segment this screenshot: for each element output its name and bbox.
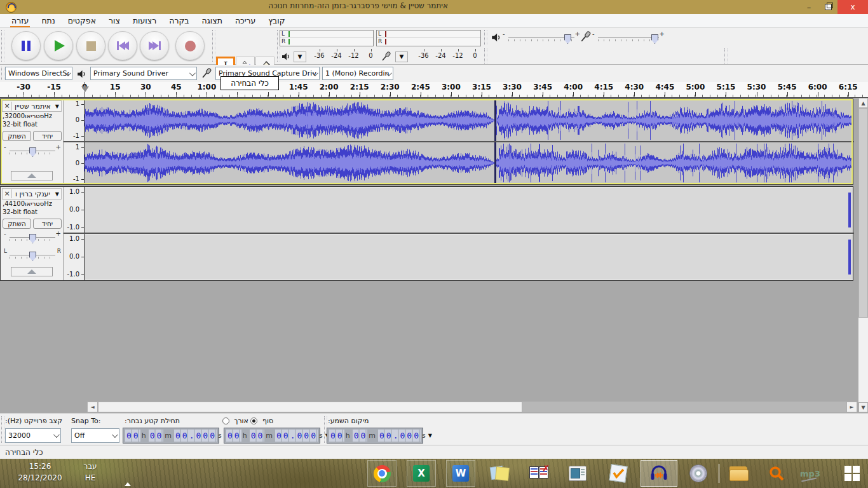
stop-button[interactable] [76,31,105,60]
transport-toolbar-grip[interactable] [1,30,4,62]
taskbar-clock-time[interactable]: 15:26 [11,462,69,471]
recording-meter[interactable]: L R [376,30,481,46]
track-1-menu-arrow-icon[interactable]: ▼ [53,104,61,109]
slider-thumb[interactable] [651,34,658,44]
play-at-speed-grip[interactable] [724,48,728,64]
menu-item[interactable]: נתח [35,15,61,27]
menu-item[interactable]: אפקטים [62,15,102,27]
taskbar-disc-burner-button[interactable] [684,460,713,487]
track-1-solo-button[interactable]: יחיד [33,131,62,141]
track-1-gain-slider[interactable]: - + [10,146,55,158]
track2-right-channel[interactable] [85,234,853,280]
slider-thumb[interactable] [29,147,36,157]
restore-button[interactable] [818,0,837,14]
track-2-pan-slider[interactable]: L R [10,250,55,262]
pause-button[interactable] [11,31,41,60]
selection-toolbar-grip[interactable] [1,416,4,443]
menu-item[interactable]: עזרה [5,15,35,27]
audio-position-field[interactable]: 00h 00m 00.000s ▼ [327,428,423,444]
taskbar-clock-date[interactable]: 28/12/2020 [11,473,69,482]
time-minutes[interactable]: 00 [250,430,265,442]
taskbar-language-native[interactable]: עבר [78,462,103,471]
skip-to-end-button[interactable] [140,31,169,60]
track-2-close-button[interactable]: × [3,189,12,198]
mixer-toolbar-grip[interactable] [484,30,487,45]
start-button[interactable] [837,460,867,487]
show-hidden-icons-button[interactable] [125,470,131,482]
close-button[interactable]: x [837,0,868,14]
menu-item[interactable]: קובץ [262,15,291,27]
taskbar-search-button[interactable] [762,460,791,487]
length-radio[interactable] [250,417,257,424]
time-seconds[interactable]: 00.000 [275,430,318,442]
end-radio[interactable] [222,417,229,424]
timeline-ruler[interactable]: -30-1501530451:001:151:301:452:002:152:3… [0,82,868,98]
track2-left-channel[interactable] [85,187,853,233]
time-field-dropdown-icon[interactable]: ▼ [428,433,432,438]
playback-volume-slider[interactable]: - + [508,33,574,44]
playhead-marker[interactable] [81,86,89,92]
vertical-scrollbar[interactable]: ▲ ▼ [858,98,868,412]
selection-length-field[interactable]: 00h 00m 00.000s ▼ [224,428,320,444]
slider-thumb[interactable] [29,234,36,243]
selection-start-field[interactable]: 00h 00m 00.000s ▼ [123,428,219,444]
track-2-name-row[interactable]: × יענקי ברוין ו ▼ [2,188,62,200]
slider-thumb[interactable] [564,34,571,44]
menu-item[interactable]: עריכה [229,15,262,27]
vertical-scroll-thumb[interactable] [858,108,868,318]
time-minutes[interactable]: 00 [149,430,164,442]
skip-to-start-button[interactable] [108,31,137,60]
recording-channels-select[interactable]: 1 (Mono) Recordin [322,67,393,80]
edit-toolbar-grip[interactable] [484,48,487,64]
time-hours[interactable]: 00 [226,430,241,442]
track-1-mute-button[interactable]: השתק [3,131,31,141]
horizontal-scrollbar[interactable]: ◄ ► [87,402,857,412]
taskbar-audacity-button[interactable] [641,460,677,487]
time-seconds[interactable]: 00.000 [174,430,217,442]
menu-item[interactable]: צור [102,15,126,27]
track-1-close-button[interactable]: × [3,102,12,111]
menu-item[interactable]: רצועות [126,15,163,27]
menu-item[interactable]: תצוגה [196,15,229,27]
scroll-right-button[interactable]: ► [846,402,857,412]
track-2-menu-arrow-icon[interactable]: ▼ [53,191,61,197]
play-button[interactable] [44,31,73,60]
taskbar-checker-button[interactable] [604,460,633,487]
time-minutes[interactable]: 00 [353,430,368,442]
taskbar-viewer-button[interactable] [563,460,592,487]
time-hours[interactable]: 00 [329,430,344,442]
taskbar-excel-button[interactable]: X [407,460,436,487]
audio-host-select[interactable]: Windows DirectSo [5,67,72,80]
time-hours[interactable]: 00 [125,430,140,442]
track-2-collapse-button[interactable] [11,267,53,276]
playback-meter-speaker[interactable] [280,51,292,62]
tools-toolbar-grip[interactable] [212,30,215,62]
snap-to-select[interactable]: Off [71,428,119,443]
time-seconds[interactable]: 00.000 [378,430,421,442]
recording-meter-dropdown[interactable]: ▼ [395,51,408,62]
playback-meter[interactable]: L R [280,30,374,46]
recording-meter-mic[interactable] [380,51,393,62]
taskbar-word-button[interactable]: W [446,460,475,487]
slider-thumb[interactable] [29,252,36,261]
project-rate-select[interactable]: 32000 [5,428,61,443]
menu-item[interactable]: בקרה [163,15,195,27]
taskbar-explorer-button[interactable] [724,460,753,487]
taskbar-language-code[interactable]: HE [78,473,103,482]
record-button[interactable] [175,31,205,60]
playback-device-select[interactable]: Primary Sound Driver [90,67,197,80]
scroll-left-button[interactable]: ◄ [87,402,98,412]
scroll-up-button[interactable]: ▲ [858,98,868,108]
track-2-solo-button[interactable]: יחיד [33,219,62,229]
track-1-collapse-button[interactable] [11,171,53,180]
track-1-name-row[interactable]: × איתמר שטיין ▼ [2,100,62,112]
track-2-gain-slider[interactable]: - + [10,233,55,244]
taskbar-sticky-notes-button[interactable] [485,460,514,487]
waveform-track1-left[interactable] [85,100,853,141]
minimize-button[interactable]: – [799,0,818,14]
playback-meter-dropdown[interactable]: ▼ [294,51,306,62]
device-toolbar-grip[interactable] [1,67,4,80]
taskbar-mp3-button[interactable]: mp3 [796,460,825,487]
scroll-down-button[interactable]: ▼ [858,402,868,412]
taskbar-hebrew-docs-button[interactable]: ✗ [524,460,553,487]
